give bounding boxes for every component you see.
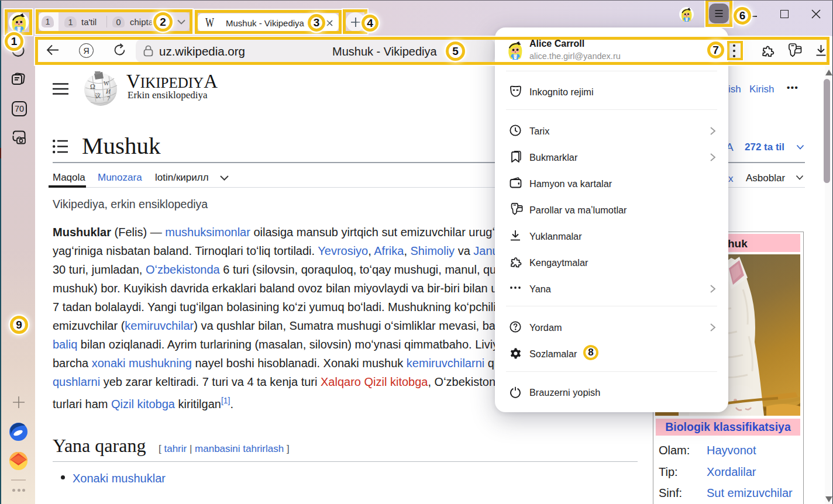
svg-text:7: 7 [107, 95, 110, 102]
svg-text:И: И [105, 88, 111, 95]
svg-text:W: W [104, 80, 109, 87]
svg-text:议: 议 [95, 92, 101, 99]
svg-text:Ω: Ω [90, 82, 95, 91]
